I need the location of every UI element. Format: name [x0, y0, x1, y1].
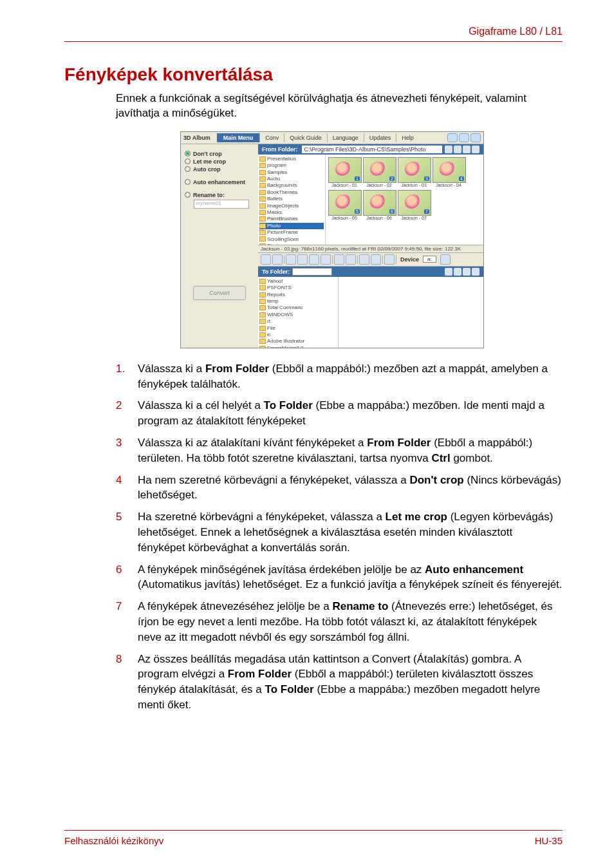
- tree-node[interactable]: program: [259, 162, 324, 169]
- filter-icon[interactable]: [454, 146, 461, 153]
- tree-node[interactable]: Adobe Illustrator: [259, 338, 337, 344]
- search-icon[interactable]: [445, 146, 452, 153]
- menu-language[interactable]: Language: [327, 133, 364, 142]
- help-icon[interactable]: [472, 146, 479, 153]
- folder-icon: [259, 279, 266, 284]
- tool-icon[interactable]: [272, 254, 283, 265]
- folder-icon: [259, 230, 266, 235]
- delete-icon[interactable]: [384, 254, 395, 265]
- bold-term: Auto enhancement: [425, 563, 523, 576]
- folder-icon: [259, 176, 266, 182]
- tree-node[interactable]: PictureFrame: [259, 229, 324, 236]
- tree-node[interactable]: Strokes: [259, 243, 324, 245]
- menu-updates[interactable]: Updates: [364, 133, 396, 142]
- thumbnail[interactable]: 2Jackson - 02: [363, 157, 395, 187]
- from-folder-tree[interactable]: PresentationprogramSamplesAudioBackgroun…: [258, 155, 326, 245]
- tree-node[interactable]: ScrollingScen: [259, 236, 324, 243]
- to-folder-tree[interactable]: Yahoo!PSFONTSReportstempTotal CommancWIN…: [258, 277, 339, 348]
- rename-input[interactable]: myname01: [194, 200, 249, 209]
- tree-node[interactable]: Reports: [259, 292, 337, 298]
- convert-button[interactable]: Convert: [193, 286, 246, 300]
- tool-icon[interactable]: [309, 254, 319, 265]
- tree-node[interactable]: d:: [259, 318, 337, 325]
- bold-term: Rename to: [332, 600, 388, 612]
- tree-node[interactable]: ImageObjects: [259, 203, 324, 209]
- tree-node[interactable]: Total Commanc: [259, 305, 337, 311]
- thumbnail-image: 3: [398, 157, 431, 183]
- header-product: Gigaframe L80 / L81: [469, 26, 563, 37]
- tool-icon[interactable]: [346, 254, 356, 265]
- tree-node[interactable]: Audio: [259, 176, 324, 182]
- tree-node[interactable]: temp: [259, 298, 337, 305]
- option-auto-enhancement[interactable]: Auto enhancement: [185, 179, 254, 185]
- undo-icon[interactable]: [359, 254, 369, 265]
- thumbnail[interactable]: 7Jackson - 07: [398, 190, 430, 220]
- option-auto-crop[interactable]: Auto crop: [185, 166, 254, 173]
- step-item: 6A fényképek minőségének javítása érdeké…: [116, 562, 563, 593]
- thumbnail-badge: 3: [424, 176, 429, 181]
- folder-icon: [259, 210, 266, 215]
- help-icon[interactable]: [472, 268, 479, 276]
- thumbnail-label: Jackson - 05: [328, 216, 360, 220]
- tree-node[interactable]: Bullets: [259, 196, 324, 202]
- option-let-me-crop-label: Let me crop: [193, 158, 226, 165]
- menu-conv[interactable]: Conv: [259, 133, 284, 142]
- thumbnail-image: 6: [363, 190, 396, 216]
- tool-icon[interactable]: [261, 254, 271, 265]
- device-icon[interactable]: [440, 254, 451, 265]
- tree-node[interactable]: PSFONTS: [259, 285, 337, 291]
- from-folder-path[interactable]: C:\Program Files\3D-Album-CS\Samples\Pho…: [302, 146, 443, 153]
- thumbnail[interactable]: 4Jackson - 04: [433, 157, 465, 187]
- tree-node[interactable]: Samples: [259, 169, 324, 176]
- tree-node[interactable]: PaintBrushes: [259, 216, 324, 222]
- tree-node[interactable]: Masks: [259, 209, 324, 216]
- thumbnail[interactable]: 3Jackson - 03: [398, 157, 430, 187]
- tree-node[interactable]: Yahoo!: [259, 278, 337, 285]
- thumbnail[interactable]: 5Jackson - 05: [328, 190, 360, 220]
- step-text: A fényképek minőségének javítása érdekéb…: [138, 562, 563, 593]
- menu-help[interactable]: Help: [396, 133, 419, 142]
- menu-main[interactable]: Main Menu: [217, 133, 260, 142]
- thumbnail-label: Jackson - 07: [398, 216, 430, 220]
- step-number: 7: [116, 599, 138, 645]
- close-icon[interactable]: [470, 133, 481, 142]
- refresh-icon[interactable]: [463, 268, 470, 276]
- header-rule: [64, 41, 563, 42]
- tool-icon[interactable]: [334, 254, 344, 265]
- filter-icon[interactable]: [454, 268, 461, 276]
- menu-quick-guide[interactable]: Quick Guide: [284, 133, 327, 142]
- thumbnail-badge: 4: [459, 176, 464, 181]
- tree-node[interactable]: BookThemes: [259, 189, 324, 196]
- step-number: 1.: [116, 361, 138, 392]
- refresh-icon[interactable]: [463, 146, 470, 153]
- tool-icon[interactable]: [286, 254, 296, 265]
- redo-icon[interactable]: [371, 254, 381, 265]
- folder-icon: [259, 163, 266, 168]
- option-dont-crop[interactable]: Don't crop: [185, 151, 254, 157]
- folder-icon: [259, 196, 266, 202]
- app-title-prefix: 3D Album: [181, 135, 213, 141]
- search-icon[interactable]: [445, 268, 452, 276]
- radio-icon: [185, 179, 191, 185]
- thumbnail[interactable]: 6Jackson - 06: [363, 190, 395, 220]
- device-value[interactable]: a:: [423, 256, 436, 263]
- tree-node[interactable]: File: [259, 325, 337, 332]
- to-folder-dropdown[interactable]: [292, 268, 332, 276]
- option-rename-to[interactable]: Rename to:: [185, 192, 254, 198]
- maximize-icon[interactable]: [459, 133, 469, 142]
- separator: [332, 255, 333, 264]
- tree-node[interactable]: Photo: [259, 223, 324, 229]
- tool-icon[interactable]: [321, 254, 331, 265]
- option-auto-enhancement-label: Auto enhancement: [193, 179, 245, 185]
- tool-icon[interactable]: [297, 254, 308, 265]
- step-text: Ha nem szeretné körbevágni a fényképeket…: [138, 473, 563, 504]
- option-rename-to-label: Rename to:: [193, 192, 225, 198]
- minimize-icon[interactable]: [447, 133, 458, 142]
- tree-node[interactable]: WINDOWS: [259, 312, 337, 318]
- tree-node[interactable]: e:: [259, 332, 337, 338]
- tree-node[interactable]: Presentation: [259, 156, 324, 162]
- tree-node[interactable]: Backgrounds: [259, 182, 324, 189]
- option-let-me-crop[interactable]: Let me crop: [185, 158, 254, 165]
- thumbnail[interactable]: 1Jackson - 01: [328, 157, 360, 187]
- tree-node[interactable]: FrameMaker7.0: [259, 345, 337, 348]
